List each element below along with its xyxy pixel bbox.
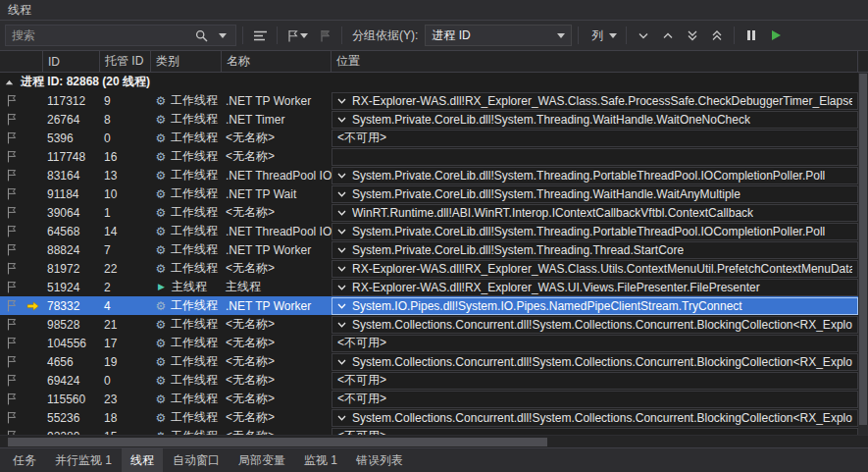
current-thread-indicator: [22, 166, 43, 184]
vertical-scrollbar[interactable]: [858, 73, 868, 435]
flag-toggle[interactable]: [0, 184, 22, 203]
flag-toggle[interactable]: [0, 129, 22, 147]
thread-row[interactable]: 78332 4 工作线程 .NET TP Worker System.IO.Pi…: [0, 296, 858, 315]
thread-row[interactable]: 55236 18 工作线程 <无名称> System.Collections.C…: [0, 408, 858, 427]
header-location[interactable]: 位置: [332, 51, 858, 72]
location-dropdown[interactable]: <不可用>: [332, 428, 858, 436]
chevron-down-icon: [609, 33, 617, 38]
tool-window-titlebar[interactable]: 线程: [0, 0, 868, 21]
bottom-tab[interactable]: 任务: [4, 448, 45, 472]
collapse-all-button[interactable]: [706, 25, 728, 46]
search-call-stack-button[interactable]: [249, 25, 271, 46]
flag-toggle[interactable]: [0, 315, 22, 334]
flag-toggle[interactable]: [0, 91, 22, 110]
thread-row[interactable]: 91184 10 工作线程 .NET TP Wait System.Privat…: [0, 184, 858, 203]
vertical-scrollbar-thumb[interactable]: [859, 74, 867, 425]
header-category[interactable]: 类别: [151, 51, 222, 72]
search-button[interactable]: [190, 25, 212, 46]
location-dropdown[interactable]: System.Collections.Concurrent.dll!System…: [332, 316, 858, 334]
location-dropdown[interactable]: System.Private.CoreLib.dll!System.Thread…: [332, 167, 858, 184]
thread-row[interactable]: 104556 17 工作线程 <无名称> <不可用>: [0, 334, 858, 352]
flag-toggle[interactable]: [0, 390, 22, 408]
expand-group-button[interactable]: [633, 25, 654, 46]
flag-toggle[interactable]: [0, 147, 22, 166]
pause-button[interactable]: [740, 25, 762, 46]
flag-toggle[interactable]: [0, 203, 22, 222]
location-dropdown[interactable]: System.Private.CoreLib.dll!System.Thread…: [332, 241, 858, 259]
flag-toggle[interactable]: [0, 334, 22, 352]
flag-toggle[interactable]: [0, 110, 22, 129]
name-cell: <无名称>: [222, 147, 332, 166]
gears-icon: [155, 393, 167, 405]
thread-row[interactable]: 81972 22 工作线程 <无名称> RX-Explorer-WAS.dll!…: [0, 259, 858, 278]
columns-dropdown-button[interactable]: 列: [585, 25, 620, 46]
flag-toggle[interactable]: [0, 166, 22, 184]
collapse-group-button[interactable]: [657, 25, 679, 46]
thread-row[interactable]: 51924 2 主线程 主线程 RX-Explorer-WAS.dll!RX_E…: [0, 278, 858, 296]
location-dropdown[interactable]: <不可用>: [332, 372, 858, 390]
bottom-tab[interactable]: 错误列表: [347, 448, 412, 472]
location-dropdown[interactable]: RX-Explorer-WAS.dll!RX_Explorer_WAS.UI.V…: [332, 279, 858, 296]
location-cell: WinRT.Runtime.dll!ABI.WinRT.Interop.ICon…: [332, 203, 858, 222]
location-dropdown[interactable]: System.IO.Pipes.dll!System.IO.Pipes.Name…: [332, 297, 858, 315]
location-dropdown[interactable]: <不可用>: [332, 130, 858, 147]
location-dropdown[interactable]: System.Collections.Concurrent.dll!System…: [332, 353, 858, 371]
thread-row[interactable]: 4656 19 工作线程 <无名称> System.Collections.Co…: [0, 352, 858, 371]
thread-id-cell: 92280: [43, 427, 100, 435]
thread-row[interactable]: 115560 23 工作线程 <无名称> <不可用>: [0, 390, 858, 408]
thread-row[interactable]: 26764 8 工作线程 .NET Timer System.Private.C…: [0, 110, 858, 129]
flag-toggle[interactable]: [0, 222, 22, 240]
location-dropdown[interactable]: <不可用>: [332, 335, 858, 352]
thread-row[interactable]: 64568 14 工作线程 .NET ThreadPool IO System.…: [0, 222, 858, 240]
bottom-tab[interactable]: 自动窗口: [164, 448, 229, 472]
thread-row[interactable]: 83164 13 工作线程 .NET ThreadPool IO System.…: [0, 166, 858, 184]
thread-list: 117312 9 工作线程 .NET TP Worker RX-Explorer…: [0, 91, 858, 435]
flag-toggle[interactable]: [0, 427, 22, 435]
header-id[interactable]: ID: [43, 51, 100, 72]
bottom-tab[interactable]: 并行监视 1: [46, 448, 121, 472]
location-dropdown[interactable]: System.Private.CoreLib.dll!System.Thread…: [332, 223, 858, 240]
location-dropdown[interactable]: System.Collections.Concurrent.dll!System…: [332, 409, 858, 427]
flag-toggle[interactable]: [0, 240, 22, 259]
flag-toggle[interactable]: [0, 408, 22, 427]
show-flagged-only-button[interactable]: [314, 25, 335, 46]
location-dropdown[interactable]: [332, 148, 858, 166]
location-dropdown[interactable]: RX-Explorer-WAS.dll!RX_Explorer_WAS.Clas…: [332, 260, 858, 278]
header-managed-id[interactable]: 托管 ID: [100, 51, 151, 72]
flag-toggle[interactable]: [0, 371, 22, 390]
flag-toggle[interactable]: [0, 296, 22, 315]
thread-row[interactable]: 92280 15 工作线程 <无名称> <不可用>: [0, 427, 858, 435]
thread-row[interactable]: 39064 1 工作线程 <无名称> WinRT.Runtime.dll!ABI…: [0, 203, 858, 222]
location-dropdown[interactable]: System.Private.CoreLib.dll!System.Thread…: [332, 111, 858, 129]
thread-row[interactable]: 5396 0 工作线程 <无名称> <不可用>: [0, 129, 858, 147]
bottom-tab[interactable]: 局部变量: [230, 448, 294, 472]
horizontal-scrollbar[interactable]: [0, 435, 868, 447]
flag-toggle[interactable]: [0, 278, 22, 296]
location-dropdown[interactable]: RX-Explorer-WAS.dll!RX_Explorer_WAS.Clas…: [332, 92, 858, 110]
current-thread-indicator: [22, 240, 43, 259]
location-cell: System.Collections.Concurrent.dll!System…: [332, 352, 858, 371]
header-name[interactable]: 名称: [222, 51, 332, 72]
category-cell: 工作线程: [151, 296, 222, 315]
expand-all-button[interactable]: [682, 25, 703, 46]
thread-row[interactable]: 88824 7 工作线程 .NET TP Worker System.Priva…: [0, 240, 858, 259]
thread-row[interactable]: 117312 9 工作线程 .NET TP Worker RX-Explorer…: [0, 91, 858, 110]
thread-row[interactable]: 117748 16 工作线程 <无名称>: [0, 147, 858, 166]
process-group-row[interactable]: 进程 ID: 82868 (20 线程): [0, 73, 858, 91]
flag-toggle[interactable]: [0, 352, 22, 371]
flag-dropdown-button[interactable]: [283, 25, 311, 46]
bottom-tab[interactable]: 线程: [122, 448, 163, 472]
continue-button[interactable]: [765, 25, 787, 46]
bottom-tab[interactable]: 监视 1: [295, 448, 346, 472]
gears-icon: [155, 95, 167, 107]
flag-toggle[interactable]: [0, 259, 22, 278]
thread-row[interactable]: 69424 0 工作线程 <无名称> <不可用>: [0, 371, 858, 390]
location-dropdown[interactable]: WinRT.Runtime.dll!ABI.WinRT.Interop.ICon…: [332, 204, 858, 222]
location-dropdown[interactable]: <不可用>: [332, 391, 858, 408]
search-options-dropdown[interactable]: [212, 25, 233, 46]
search-input[interactable]: [6, 28, 190, 42]
location-dropdown[interactable]: System.Private.CoreLib.dll!System.Thread…: [332, 185, 858, 203]
thread-row[interactable]: 98528 21 工作线程 <无名称> System.Collections.C…: [0, 315, 858, 334]
group-by-combobox[interactable]: 进程 ID: [425, 25, 572, 46]
horizontal-scrollbar-thumb[interactable]: [8, 438, 547, 446]
